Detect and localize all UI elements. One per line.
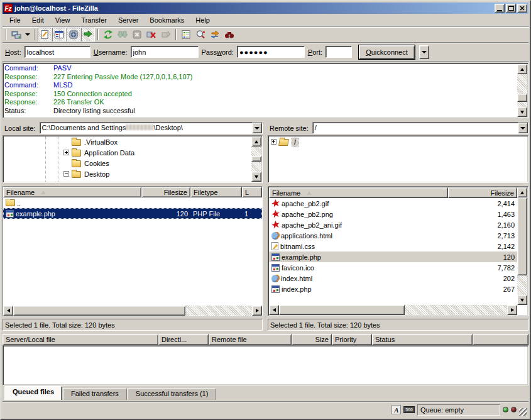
local-col-filetype[interactable]: Filetype [190,187,242,197]
scroll-track[interactable] [279,305,507,315]
message-log[interactable]: Command:PASV Response:227 Entering Passi… [3,63,528,118]
scroll-down-button[interactable] [517,295,527,305]
scroll-up-button[interactable] [517,187,527,197]
toggle-transfer-queue-button[interactable] [81,28,95,41]
remote-list-scrollbar[interactable] [517,187,527,305]
menu-edit[interactable]: Edit [26,15,50,25]
scroll-track[interactable] [13,306,252,316]
speed-limit-icon[interactable]: 500 [403,406,415,413]
collapse-minus-icon[interactable] [63,171,69,177]
expand-plus-icon[interactable] [63,150,69,155]
quickconnect-dropdown-button[interactable] [419,45,429,59]
queue-col-server-local-file[interactable]: Server/Local file [3,334,158,345]
scroll-thumb[interactable] [279,305,405,315]
remote-row[interactable]: favicon.ico7,782 [269,262,517,273]
directory-listing-filters-button[interactable] [179,28,193,41]
queue-col-direction[interactable]: Directi... [158,334,209,345]
refresh-button[interactable] [101,28,115,41]
scroll-thumb[interactable] [517,197,527,275]
scroll-thumb[interactable] [517,94,527,101]
disconnect-button[interactable] [145,28,158,41]
remote-row[interactable]: index.php267 [269,284,517,294]
tab-queued-files[interactable]: Queued files [4,386,62,400]
tree-item-desktop[interactable]: Desktop [4,169,251,179]
cancel-operation-button[interactable] [130,28,144,41]
queue-body[interactable] [3,345,528,385]
remote-row-example-php[interactable]: example.php120 [269,251,517,262]
site-manager-dropdown-button[interactable] [24,28,31,41]
password-input[interactable] [237,46,305,58]
menu-help[interactable]: Help [190,15,216,25]
queue-col-status[interactable]: Status [372,334,473,345]
close-button[interactable] [517,4,527,13]
remote-row[interactable]: bitnami.css2,142 [269,241,517,251]
tree-item-application-data[interactable]: Application Data [4,147,251,158]
toggle-remote-tree-button[interactable] [67,28,80,41]
tab-successful-transfers[interactable]: Successful transfers (1) [128,388,217,400]
local-col-filesize[interactable]: Filesize [141,187,190,197]
tree-item-root[interactable]: / [269,136,517,147]
menu-bookmarks[interactable]: Bookmarks [144,15,190,25]
local-tree-scrollbar[interactable] [251,136,261,182]
tab-failed-transfers[interactable]: Failed transfers [63,388,127,400]
transfer-type-indicator-icon[interactable]: A [391,405,401,414]
site-manager-button[interactable] [9,28,23,41]
tree-item-cookies[interactable]: Cookies [4,158,251,169]
menu-transfer[interactable]: Transfer [75,15,112,25]
local-tree[interactable]: .VirtualBox Application Data Cookies Des… [3,135,263,183]
scroll-thumb[interactable] [13,306,185,316]
local-list-hscrollbar[interactable] [3,306,262,316]
remote-site-dropdown-button[interactable] [518,123,528,133]
menu-file[interactable]: File [4,15,26,25]
queue-col-remote-file[interactable]: Remote file [209,334,292,345]
remote-list-hscrollbar[interactable] [269,305,517,315]
port-input[interactable] [326,46,352,58]
scroll-up-button[interactable] [251,136,261,146]
directory-comparison-button[interactable] [194,28,207,41]
remote-col-filename[interactable]: Filename [269,187,448,198]
titlebar[interactable]: Fz john@localhost - FileZilla [3,3,528,14]
remote-row[interactable]: apache_pb2.gif2,414 [269,198,517,209]
scroll-left-button[interactable] [3,306,13,316]
scroll-up-button[interactable] [517,64,527,74]
log-scrollbar[interactable] [517,64,527,117]
username-input[interactable] [131,46,199,58]
remote-tree[interactable]: / [268,135,528,183]
local-file-list[interactable]: Filename Filesize Filetype L .. example.… [3,186,263,316]
menu-server[interactable]: Server [112,15,144,25]
scroll-right-button[interactable] [252,306,262,316]
maximize-button[interactable] [506,4,516,13]
local-site-dropdown-button[interactable] [252,123,262,133]
scroll-down-button[interactable] [517,107,527,117]
scroll-track[interactable] [517,74,527,107]
expand-plus-icon[interactable] [271,139,276,145]
remote-col-filesize[interactable]: Filesize [448,187,517,198]
remote-row[interactable]: apache_pb2_ani.gif2,160 [269,219,517,230]
host-input[interactable] [25,46,90,58]
quickconnect-button[interactable]: Quickconnect [359,45,415,59]
scroll-thumb[interactable] [251,156,261,162]
minimize-button[interactable] [495,4,505,13]
toggle-local-tree-button[interactable] [52,28,66,41]
menu-view[interactable]: View [50,15,76,25]
scroll-left-button[interactable] [269,305,279,315]
local-col-lastmodified[interactable]: L [242,187,262,197]
queue-col-size[interactable]: Size [292,334,332,345]
scroll-down-button[interactable] [251,172,261,182]
synchronized-browsing-button[interactable] [208,28,222,41]
local-row-example-php[interactable]: example.php 120 PHP File 1 [3,208,262,219]
remote-row[interactable]: apache_pb2.png1,463 [269,209,517,219]
reconnect-button[interactable] [159,28,173,41]
remote-site-combo[interactable]: / [312,122,528,134]
remote-row[interactable]: index.html202 [269,273,517,284]
toggle-message-log-button[interactable] [38,28,52,41]
find-files-button[interactable] [222,28,236,41]
scroll-right-button[interactable] [507,305,517,315]
scroll-track[interactable] [251,146,261,172]
remote-row[interactable]: applications.html2,713 [269,230,517,241]
pane-splitter[interactable] [263,121,268,331]
local-site-combo[interactable]: C:\Documents and Settings\Desktop\ [40,122,263,134]
local-row-parent-dir[interactable]: .. [3,197,262,208]
queue-col-priority[interactable]: Priority [332,334,372,345]
local-col-filename[interactable]: Filename [3,187,141,197]
